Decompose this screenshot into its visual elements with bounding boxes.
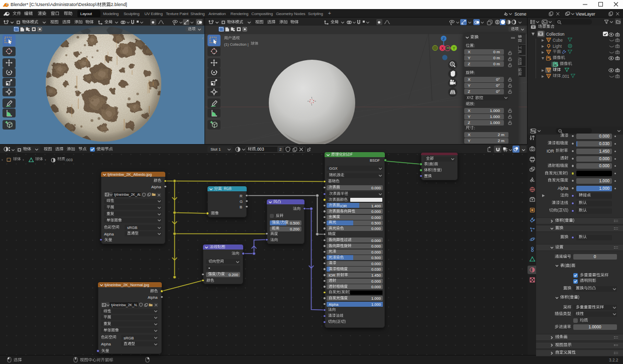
svg-text:Y: Y bbox=[453, 46, 456, 51]
svg-text:Z: Z bbox=[443, 37, 445, 41]
svg-text:X: X bbox=[441, 46, 444, 51]
